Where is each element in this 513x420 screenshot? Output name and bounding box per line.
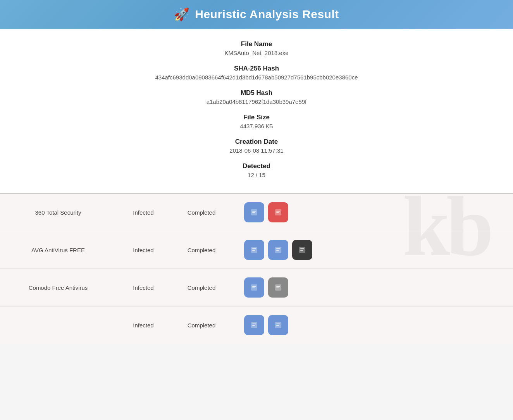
svg-rect-1 (252, 211, 256, 212)
av-name: AVG AntiVirus FREE (0, 231, 116, 269)
av-name: Comodo Free Antivirus (0, 269, 116, 306)
sha256-label: SHA-256 Hash (8, 65, 505, 72)
file-size-label: File Size (8, 114, 505, 121)
md5-value: a1ab20a04b8117962f1da30b39a7e59f (8, 98, 505, 105)
svg-rect-4 (276, 211, 280, 212)
detected-value: 12 / 15 (8, 172, 505, 178)
scan-status: Infected (116, 231, 170, 269)
result-icon (268, 277, 288, 298)
av-name: 360 Total Security (0, 193, 116, 231)
creation-date-label: Creation Date (8, 138, 505, 146)
svg-rect-13 (300, 248, 304, 249)
result-icon (244, 202, 264, 222)
page-container: 🚀 Heuristic Analysis Result File Name KM… (0, 0, 513, 344)
svg-rect-14 (300, 250, 303, 251)
table-row: InfectedCompleted (0, 306, 513, 344)
svg-rect-8 (252, 250, 255, 251)
svg-rect-7 (252, 248, 256, 249)
results-area: kb 360 Total SecurityInfectedCompletedAV… (0, 193, 513, 344)
svg-rect-5 (276, 212, 279, 213)
scan-result: Completed (170, 306, 232, 344)
sha256-block: SHA-256 Hash 434afc693dd0a09083664f642d1… (8, 65, 505, 81)
info-section: File Name KMSAuto_Net_2018.exe SHA-256 H… (0, 29, 513, 193)
svg-rect-19 (276, 286, 280, 287)
file-name-value: KMSAuto_Net_2018.exe (8, 50, 505, 56)
scan-result: Completed (170, 231, 232, 269)
file-name-label: File Name (8, 40, 505, 48)
page-title: Heuristic Analysis Result (195, 8, 339, 21)
svg-rect-11 (276, 250, 279, 251)
icon-cell (232, 193, 513, 231)
detected-label: Detected (8, 162, 505, 170)
result-icon (268, 240, 288, 260)
page-header: 🚀 Heuristic Analysis Result (0, 0, 513, 29)
md5-block: MD5 Hash a1ab20a04b8117962f1da30b39a7e59… (8, 89, 505, 105)
results-table: 360 Total SecurityInfectedCompletedAVG A… (0, 193, 513, 344)
scan-status: Infected (116, 306, 170, 344)
svg-rect-23 (252, 325, 255, 326)
svg-rect-17 (252, 287, 255, 288)
result-icon (244, 240, 264, 260)
scan-status: Infected (116, 269, 170, 306)
creation-date-value: 2018-06-08 11:57:31 (8, 147, 505, 154)
creation-date-block: Creation Date 2018-06-08 11:57:31 (8, 138, 505, 154)
table-row: AVG AntiVirus FREEInfectedCompleted (0, 231, 513, 269)
file-size-block: File Size 4437.936 КБ (8, 114, 505, 129)
svg-rect-26 (276, 325, 279, 326)
result-icon (292, 240, 312, 260)
svg-rect-16 (252, 286, 256, 287)
table-row: 360 Total SecurityInfectedCompleted (0, 193, 513, 231)
icon-cell (232, 231, 513, 269)
table-row: Comodo Free AntivirusInfectedCompleted (0, 269, 513, 306)
svg-rect-10 (276, 248, 280, 249)
scan-status: Infected (116, 193, 170, 231)
svg-rect-22 (252, 324, 256, 324)
svg-rect-20 (276, 287, 279, 288)
icon-cell (232, 269, 513, 306)
result-icon (244, 277, 264, 298)
result-icon (244, 315, 264, 335)
result-icon (268, 315, 288, 335)
detected-section: Detected 12 / 15 (8, 162, 505, 178)
rocket-icon: 🚀 (174, 7, 189, 22)
file-size-value: 4437.936 КБ (8, 123, 505, 129)
scan-result: Completed (170, 193, 232, 231)
scan-result: Completed (170, 269, 232, 306)
file-name-block: File Name KMSAuto_Net_2018.exe (8, 40, 505, 56)
sha256-value: 434afc693dd0a09083664f642d1d3bd1d678ab50… (8, 74, 505, 81)
md5-label: MD5 Hash (8, 89, 505, 97)
av-name (0, 306, 116, 344)
svg-rect-2 (252, 212, 255, 213)
svg-rect-25 (276, 324, 280, 324)
icon-cell (232, 306, 513, 344)
result-icon (268, 202, 288, 222)
